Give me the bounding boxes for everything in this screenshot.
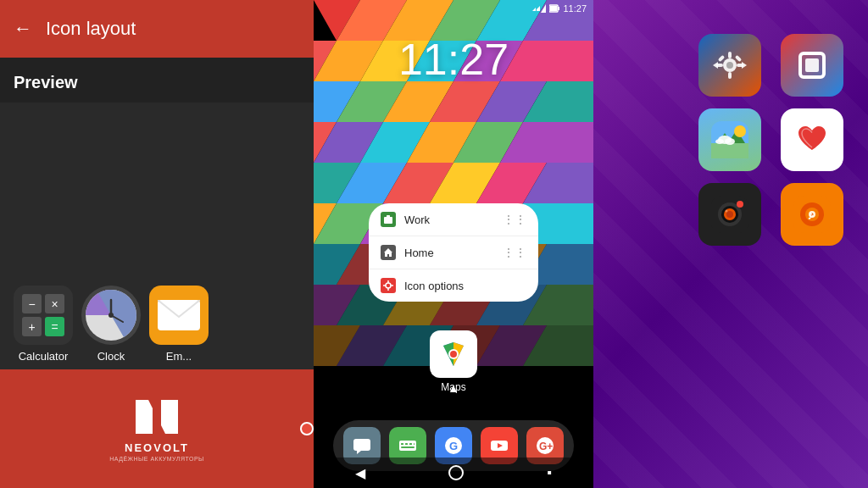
red-dot-indicator xyxy=(300,422,314,435)
svg-point-121 xyxy=(737,201,743,208)
svg-text:G+: G+ xyxy=(539,441,553,452)
page-title: Icon layout xyxy=(46,18,136,40)
work-dots: ⋮⋮ xyxy=(503,213,526,226)
svg-rect-83 xyxy=(401,443,403,445)
neovolt-logo: NEOVOLT НАДЁЖНЫЕ АККУМУЛЯТОРЫ xyxy=(109,396,204,462)
music-app-icon[interactable]: ♪ xyxy=(781,183,843,246)
svg-rect-107 xyxy=(711,143,748,158)
svg-rect-87 xyxy=(401,446,415,448)
home-icon xyxy=(381,245,396,260)
calc-minus: − xyxy=(22,294,42,313)
status-time: 11:27 xyxy=(563,3,587,14)
svg-point-2 xyxy=(108,313,114,318)
calculator-icon: − × + = xyxy=(14,286,73,345)
svg-marker-103 xyxy=(742,62,747,69)
icon-preview-row: − × + = Calculator xyxy=(0,103,314,369)
svg-text:♪: ♪ xyxy=(807,208,814,222)
svg-text:G: G xyxy=(449,440,458,452)
svg-marker-60 xyxy=(532,8,536,11)
calc-plus: + xyxy=(22,317,42,336)
svg-rect-100 xyxy=(718,55,725,62)
icon-options-label: Icon options xyxy=(404,280,526,292)
svg-marker-81 xyxy=(357,451,361,454)
phone-clock-display: 11:27 xyxy=(398,34,509,85)
svg-marker-68 xyxy=(384,248,392,257)
svg-rect-86 xyxy=(414,443,415,445)
home-dots: ⋮⋮ xyxy=(503,246,526,259)
email-label: Em... xyxy=(166,350,192,363)
battery-icon xyxy=(549,3,559,14)
svg-marker-61 xyxy=(537,6,540,11)
context-menu: Work ⋮⋮ Home ⋮⋮ Icon options xyxy=(369,203,538,302)
context-menu-home[interactable]: Home ⋮⋮ xyxy=(369,236,538,269)
clock-icon-item[interactable]: Clock xyxy=(81,286,141,363)
heart-app-icon[interactable] xyxy=(781,108,843,171)
context-menu-work[interactable]: Work ⋮⋮ xyxy=(369,203,538,236)
icon-options-icon xyxy=(381,278,396,293)
svg-point-113 xyxy=(715,139,724,144)
icon-layout-header: ← Icon layout xyxy=(0,0,314,58)
clock-label: Clock xyxy=(97,350,125,363)
svg-rect-80 xyxy=(353,439,370,451)
neovolt-brand: NEOVOLT xyxy=(125,441,189,454)
nav-back[interactable]: ◀ xyxy=(355,465,365,481)
app-grid: ♪ xyxy=(698,34,851,246)
home-label: Home xyxy=(404,247,494,259)
settings-app-icon[interactable] xyxy=(698,34,761,97)
svg-marker-62 xyxy=(541,4,546,13)
phone-screen: 11:27 11:27 Work ⋮⋮ Home ⋮⋮ Icon options xyxy=(314,0,593,488)
svg-rect-82 xyxy=(399,441,416,451)
square-app-icon[interactable] xyxy=(781,34,843,97)
svg-rect-65 xyxy=(550,6,557,11)
svg-point-95 xyxy=(726,62,733,69)
svg-rect-64 xyxy=(558,7,559,10)
back-button[interactable]: ← xyxy=(14,18,32,40)
preview-label: Preview xyxy=(0,58,314,103)
svg-rect-105 xyxy=(805,58,819,72)
svg-point-119 xyxy=(726,211,733,218)
context-menu-icon-options[interactable]: Icon options xyxy=(369,269,538,302)
svg-rect-85 xyxy=(409,443,412,445)
nav-home[interactable] xyxy=(448,465,464,480)
calculator-icon-item[interactable]: − × + = Calculator xyxy=(14,286,73,363)
neovolt-tagline: НАДЁЖНЫЕ АККУМУЛЯТОРЫ xyxy=(109,456,204,462)
svg-point-110 xyxy=(734,125,746,137)
svg-rect-66 xyxy=(384,217,392,224)
clock-icon xyxy=(81,286,141,345)
status-bar: 11:27 xyxy=(532,3,587,14)
svg-marker-4 xyxy=(136,400,178,434)
phone-nav-bar: ◀ ▪ xyxy=(314,458,593,488)
svg-rect-97 xyxy=(728,72,732,79)
svg-point-120 xyxy=(726,210,728,213)
calc-equals: = xyxy=(45,317,64,336)
camera-app-icon[interactable] xyxy=(698,183,761,246)
email-icon-item[interactable]: Em... xyxy=(149,286,209,363)
work-icon xyxy=(381,212,396,227)
svg-marker-102 xyxy=(713,62,718,69)
left-panel: ← Icon layout Preview − × + = Calculator xyxy=(0,0,314,488)
email-icon xyxy=(149,286,209,345)
svg-rect-96 xyxy=(728,52,732,58)
svg-rect-101 xyxy=(735,55,742,62)
svg-point-79 xyxy=(450,351,457,358)
up-arrow: ▲ xyxy=(448,381,459,395)
work-label: Work xyxy=(404,214,494,226)
neovolt-area: NEOVOLT НАДЁЖНЫЕ АККУМУЛЯТОРЫ xyxy=(0,369,314,488)
calculator-label: Calculator xyxy=(19,350,69,363)
right-panel: ♪ xyxy=(593,0,868,488)
calc-multiply: × xyxy=(45,294,64,313)
nav-recents[interactable]: ▪ xyxy=(547,465,552,480)
svg-rect-84 xyxy=(405,443,408,445)
svg-rect-67 xyxy=(387,215,390,218)
signal-icon xyxy=(532,4,546,13)
svg-point-112 xyxy=(725,138,735,145)
svg-point-69 xyxy=(386,283,391,288)
maps-app-icon xyxy=(430,330,477,378)
weather-app-icon[interactable] xyxy=(698,108,761,171)
